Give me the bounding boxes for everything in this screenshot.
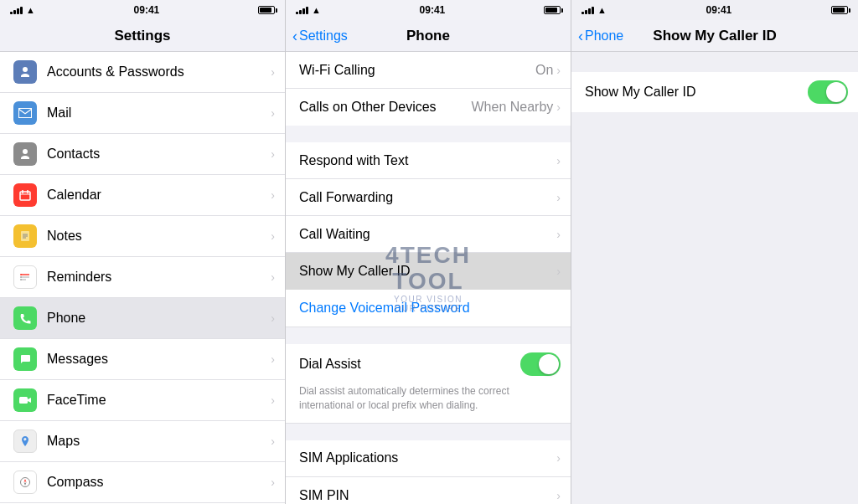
- messages-label: Messages: [47, 352, 271, 367]
- sidebar-item-accounts[interactable]: Accounts & Passwords ›: [0, 52, 285, 93]
- facetime-label: FaceTime: [47, 393, 271, 408]
- right-content-area: Show My Caller ID: [571, 52, 858, 504]
- mid-cell-sim-pin[interactable]: SIM PIN ›: [286, 477, 571, 504]
- signal-icon-right: [581, 6, 594, 14]
- mid-cell-dial-assist[interactable]: Dial Assist: [286, 344, 571, 384]
- mid-scroll-area[interactable]: Wi-Fi Calling On › Calls on Other Device…: [286, 52, 571, 504]
- mid-cell-voicemail[interactable]: Change Voicemail Password: [286, 290, 571, 327]
- mid-cell-caller-id[interactable]: Show My Caller ID ›: [286, 253, 571, 290]
- left-settings-list[interactable]: Accounts & Passwords › Mail › Contacts ›: [0, 52, 285, 504]
- mid-spacer-3: [286, 424, 571, 440]
- mid-cell-calls-other[interactable]: Calls on Other Devices When Nearby ›: [286, 89, 571, 126]
- mid-section-dial: Dial Assist Dial assist automatically de…: [286, 344, 571, 424]
- mid-panel: ▲ 09:41 ‹ Settings Phone Wi-Fi Calling O…: [286, 0, 571, 504]
- dial-assist-label: Dial Assist: [299, 357, 520, 372]
- messages-chevron: ›: [271, 352, 275, 366]
- right-panel: ▲ 09:41 ‹ Phone Show My Caller ID Show M…: [571, 0, 858, 504]
- reminders-label: Reminders: [47, 270, 271, 285]
- contacts-chevron: ›: [271, 147, 275, 161]
- mid-cell-call-waiting[interactable]: Call Waiting ›: [286, 216, 571, 253]
- mid-cell-call-forwarding[interactable]: Call Forwarding ›: [286, 179, 571, 216]
- calls-other-chevron: ›: [556, 100, 561, 114]
- contacts-label: Contacts: [47, 147, 271, 162]
- status-bar-right: ▲ 09:41: [571, 0, 858, 20]
- signal-icon-mid: [296, 6, 308, 14]
- sidebar-item-phone[interactable]: Phone ›: [0, 298, 285, 339]
- status-bar-mid: ▲ 09:41: [286, 0, 571, 20]
- back-chevron-icon-mid: ‹: [292, 28, 297, 44]
- change-voicemail-label: Change Voicemail Password: [299, 301, 561, 316]
- facetime-chevron: ›: [271, 393, 275, 407]
- caller-id-chevron: ›: [556, 265, 561, 278]
- notes-chevron: ›: [271, 229, 275, 243]
- sidebar-item-notes[interactable]: Notes ›: [0, 216, 285, 257]
- battery-icon-mid: [544, 6, 561, 14]
- phone-chevron: ›: [271, 311, 275, 325]
- caller-id-toggle[interactable]: [808, 80, 848, 104]
- nav-bar-right: ‹ Phone Show My Caller ID: [571, 20, 858, 52]
- mid-content-wrapper: Wi-Fi Calling On › Calls on Other Device…: [286, 52, 571, 504]
- contacts-icon: [13, 142, 37, 166]
- messages-icon: [13, 347, 37, 371]
- respond-text-label: Respond with Text: [299, 153, 556, 168]
- svg-marker-17: [24, 482, 27, 486]
- sim-pin-label: SIM PIN: [299, 488, 556, 503]
- call-waiting-chevron: ›: [556, 228, 561, 241]
- calls-other-label: Calls on Other Devices: [299, 100, 472, 115]
- status-bar-left: ▲ 09:41: [0, 0, 285, 20]
- caller-id-label: Show My Caller ID: [299, 264, 556, 279]
- facetime-icon: [13, 388, 37, 412]
- left-nav-title: Settings: [114, 28, 170, 44]
- maps-icon: [13, 429, 37, 453]
- dial-assist-toggle[interactable]: [520, 352, 561, 376]
- status-time-mid: 09:41: [420, 4, 446, 16]
- mail-chevron: ›: [271, 106, 275, 120]
- status-time-left: 09:41: [134, 4, 160, 16]
- compass-label: Compass: [47, 475, 271, 490]
- toggle-knob: [539, 354, 559, 374]
- nav-bar-left: Settings: [0, 20, 285, 52]
- mid-cell-respond-text[interactable]: Respond with Text ›: [286, 142, 571, 179]
- nav-bar-mid: ‹ Settings Phone: [286, 20, 571, 52]
- left-table-section: Accounts & Passwords › Mail › Contacts ›: [0, 52, 285, 504]
- phone-label: Phone: [47, 311, 271, 326]
- right-table-section: Show My Caller ID: [571, 72, 858, 112]
- call-forwarding-label: Call Forwarding: [299, 190, 556, 205]
- mid-cell-wifi-calling[interactable]: Wi-Fi Calling On ›: [286, 52, 571, 89]
- right-top-space: [571, 52, 858, 72]
- sidebar-item-messages[interactable]: Messages ›: [0, 339, 285, 380]
- sidebar-item-maps[interactable]: Maps ›: [0, 421, 285, 462]
- right-nav-title: Show My Caller ID: [653, 28, 776, 44]
- wifi-icon-right: ▲: [597, 5, 607, 15]
- right-back-button[interactable]: ‹ Phone: [578, 28, 623, 44]
- mid-cell-sim-apps[interactable]: SIM Applications ›: [286, 440, 571, 477]
- calls-other-value: When Nearby: [472, 100, 554, 115]
- sidebar-item-compass[interactable]: Compass ›: [0, 462, 285, 503]
- sidebar-item-contacts[interactable]: Contacts ›: [0, 134, 285, 175]
- sidebar-item-reminders[interactable]: Reminders ›: [0, 257, 285, 298]
- mid-voicemail-cell: Change Voicemail Password: [286, 290, 571, 327]
- wifi-calling-label: Wi-Fi Calling: [299, 63, 535, 78]
- wifi-calling-value: On: [535, 63, 553, 78]
- compass-icon: [13, 471, 37, 494]
- svg-point-12: [20, 276, 22, 278]
- battery-icon-left: [258, 6, 275, 14]
- sidebar-item-mail[interactable]: Mail ›: [0, 93, 285, 134]
- maps-label: Maps: [47, 434, 271, 449]
- svg-rect-0: [20, 192, 30, 200]
- status-time-right: 09:41: [706, 4, 732, 16]
- left-panel: ▲ 09:41 Settings Accounts & Passwords ›: [0, 0, 286, 504]
- right-cell-caller-id[interactable]: Show My Caller ID: [571, 72, 858, 112]
- mid-back-button[interactable]: ‹ Settings: [292, 28, 348, 44]
- caller-id-toggle-knob: [826, 82, 846, 102]
- status-left-mid: ▲: [296, 5, 321, 15]
- status-right-left: [258, 6, 275, 14]
- sidebar-item-facetime[interactable]: FaceTime ›: [0, 380, 285, 421]
- right-back-label: Phone: [585, 28, 623, 44]
- status-right-right: [831, 6, 848, 14]
- compass-chevron: ›: [271, 476, 275, 489]
- maps-chevron: ›: [271, 435, 275, 448]
- sidebar-item-calendar[interactable]: Calendar ›: [0, 175, 285, 216]
- signal-icon: [10, 6, 23, 14]
- accounts-label: Accounts & Passwords: [47, 64, 271, 80]
